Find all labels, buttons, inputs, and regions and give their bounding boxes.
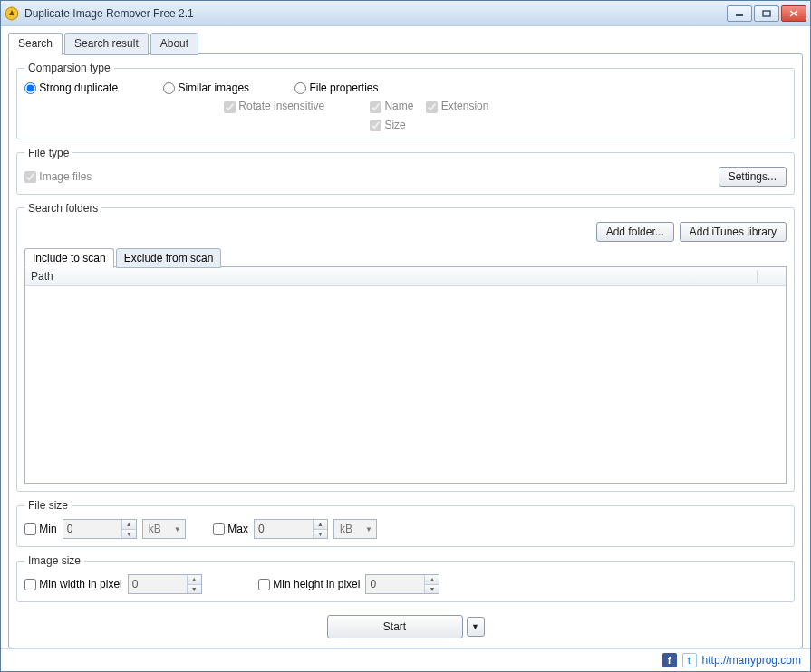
- radio-strong-duplicate[interactable]: Strong duplicate: [24, 82, 118, 94]
- add-folder-button[interactable]: Add folder...: [596, 222, 674, 242]
- min-size-unit-select[interactable]: kB▼: [142, 519, 186, 539]
- maximize-button[interactable]: [754, 5, 779, 22]
- tab-about[interactable]: About: [150, 33, 198, 55]
- min-width-field[interactable]: [129, 575, 187, 593]
- check-min-size[interactable]: Min: [24, 523, 57, 535]
- close-button[interactable]: [781, 5, 806, 22]
- tab-search-result[interactable]: Search result: [64, 33, 149, 55]
- image-size-legend: Image size: [24, 554, 84, 567]
- check-name: Name: [370, 100, 413, 112]
- path-column-header[interactable]: Path: [31, 270, 757, 283]
- max-size-spinner[interactable]: ▲▼: [313, 520, 327, 538]
- max-size-unit-select[interactable]: kB▼: [333, 519, 377, 539]
- search-folders-group: Search folders Add folder... Add iTunes …: [16, 202, 795, 492]
- radio-file-properties[interactable]: File properties: [294, 82, 378, 94]
- window-controls: [727, 5, 806, 22]
- add-itunes-library-button[interactable]: Add iTunes library: [680, 222, 787, 242]
- check-size: Size: [370, 119, 488, 131]
- image-size-group: Image size Min width in pixel ▲▼ Min hei…: [16, 554, 795, 602]
- main-tabs: Search Search result About: [8, 32, 803, 54]
- file-type-legend: File type: [24, 147, 72, 159]
- chevron-down-icon[interactable]: ▼: [188, 585, 201, 594]
- check-image-files: Image files: [24, 170, 92, 183]
- min-size-spinner[interactable]: ▲▼: [121, 520, 136, 538]
- website-link[interactable]: http://manyprog.com: [702, 654, 801, 667]
- check-min-width[interactable]: Min width in pixel: [24, 578, 122, 590]
- chevron-up-icon[interactable]: ▲: [425, 575, 439, 585]
- max-size-field[interactable]: [255, 520, 313, 538]
- svg-rect-2: [763, 11, 770, 16]
- chevron-up-icon[interactable]: ▲: [188, 575, 201, 585]
- chevron-down-icon[interactable]: ▼: [314, 530, 327, 539]
- scan-sub-tabs: Include to scan Exclude from scan: [24, 247, 787, 267]
- path-list[interactable]: [25, 286, 786, 483]
- file-size-legend: File size: [24, 499, 72, 512]
- start-row: Start ▼: [16, 610, 795, 640]
- chevron-up-icon[interactable]: ▲: [314, 520, 327, 530]
- path-column-spacer: [757, 270, 780, 283]
- comparison-options: Strong duplicate Similar images File pro…: [24, 82, 787, 94]
- comparison-suboptions: Rotate insensitive Name Extension Size: [24, 100, 787, 131]
- tab-exclude-from-scan[interactable]: Exclude from scan: [116, 248, 222, 268]
- tab-search[interactable]: Search: [8, 33, 63, 55]
- path-table: Path: [24, 266, 787, 484]
- max-size-input[interactable]: ▲▼: [254, 519, 328, 539]
- min-width-input[interactable]: ▲▼: [128, 574, 202, 594]
- start-dropdown-button[interactable]: ▼: [467, 617, 485, 637]
- chevron-down-icon: ▼: [174, 525, 181, 533]
- titlebar: Duplicate Image Remover Free 2.1: [1, 1, 810, 26]
- min-size-input[interactable]: ▲▼: [63, 519, 137, 539]
- chevron-up-icon[interactable]: ▲: [122, 520, 136, 530]
- window-title: Duplicate Image Remover Free 2.1: [24, 7, 727, 20]
- file-size-group: File size Min ▲▼ kB▼ Max: [16, 499, 795, 547]
- settings-button[interactable]: Settings...: [719, 167, 787, 187]
- app-window: Duplicate Image Remover Free 2.1 Search …: [0, 0, 811, 672]
- comparison-legend: Comparsion type: [24, 62, 114, 74]
- body-area: Search Search result About Comparsion ty…: [1, 26, 810, 648]
- min-height-input[interactable]: ▲▼: [365, 574, 439, 594]
- search-folders-legend: Search folders: [24, 202, 101, 215]
- min-size-field[interactable]: [63, 520, 121, 538]
- min-height-spinner[interactable]: ▲▼: [424, 575, 439, 593]
- facebook-icon[interactable]: f: [662, 653, 677, 667]
- chevron-down-icon[interactable]: ▼: [122, 530, 136, 539]
- min-height-field[interactable]: [366, 575, 424, 593]
- minimize-button[interactable]: [727, 5, 752, 22]
- twitter-icon[interactable]: t: [682, 653, 697, 667]
- app-icon: [5, 6, 19, 21]
- file-type-group: File type Image files Settings...: [16, 147, 795, 195]
- check-max-size[interactable]: Max: [213, 523, 248, 535]
- check-rotate-insensitive: Rotate insensitive: [224, 100, 324, 112]
- tab-include-to-scan[interactable]: Include to scan: [24, 248, 114, 268]
- footer: f t http://manyprog.com: [1, 648, 810, 671]
- check-extension: Extension: [426, 100, 488, 112]
- min-width-spinner[interactable]: ▲▼: [187, 575, 201, 593]
- chevron-down-icon: ▼: [365, 525, 372, 533]
- comparison-group: Comparsion type Strong duplicate Similar…: [16, 62, 795, 139]
- path-table-header: Path: [25, 267, 786, 286]
- search-panel: Comparsion type Strong duplicate Similar…: [8, 53, 803, 648]
- chevron-down-icon[interactable]: ▼: [425, 585, 439, 594]
- start-button[interactable]: Start: [327, 615, 463, 638]
- check-min-height[interactable]: Min height in pixel: [258, 578, 360, 590]
- radio-similar-images[interactable]: Similar images: [163, 82, 249, 94]
